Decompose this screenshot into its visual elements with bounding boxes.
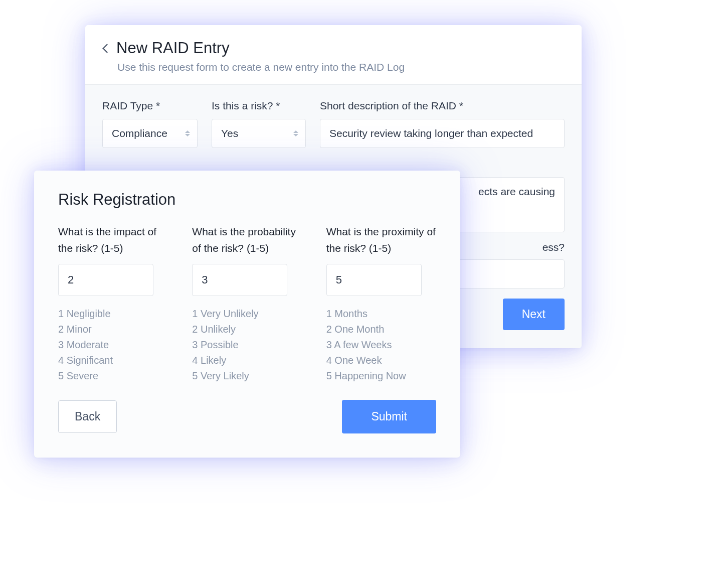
impact-scale: 1 Negligible 2 Minor 3 Moderate 4 Signif… <box>58 306 168 384</box>
risk-title: Risk Registration <box>58 191 436 209</box>
impact-input[interactable] <box>58 264 153 296</box>
raid-type-value: Compliance <box>112 127 167 139</box>
raid-type-select[interactable]: Compliance <box>102 119 198 148</box>
raid-header: New RAID Entry Use this request form to … <box>85 25 582 85</box>
scale-item: 5 Severe <box>58 368 168 384</box>
scale-item: 3 A few Weeks <box>326 337 436 353</box>
is-risk-label: Is this a risk? * <box>212 100 306 112</box>
raid-type-label: RAID Type * <box>102 100 198 112</box>
back-icon[interactable] <box>102 43 109 54</box>
select-arrows-icon <box>293 130 298 136</box>
probability-column: What is the probability of the risk? (1-… <box>192 224 302 384</box>
proximity-input[interactable] <box>326 264 422 296</box>
scale-item: 4 Likely <box>192 353 302 368</box>
is-risk-field: Is this a risk? * Yes <box>212 100 306 148</box>
scale-item: 4 Significant <box>58 353 168 368</box>
short-desc-input[interactable] <box>320 119 565 148</box>
is-risk-select[interactable]: Yes <box>212 119 306 148</box>
scale-item: 1 Negligible <box>58 306 168 322</box>
proximity-column: What is the proximity of the risk? (1-5)… <box>326 224 436 384</box>
select-arrows-icon <box>185 130 190 136</box>
probability-question: What is the probability of the risk? (1-… <box>192 224 302 259</box>
scale-item: 1 Months <box>326 306 436 322</box>
risk-registration-card: Risk Registration What is the impact of … <box>34 171 460 458</box>
back-button[interactable]: Back <box>58 400 117 433</box>
proximity-scale: 1 Months 2 One Month 3 A few Weeks 4 One… <box>326 306 436 384</box>
submit-button[interactable]: Submit <box>342 400 436 433</box>
next-button[interactable]: Next <box>503 299 565 330</box>
raid-type-field: RAID Type * Compliance <box>102 100 198 148</box>
short-desc-field: Short description of the RAID * <box>320 100 565 148</box>
scale-item: 3 Possible <box>192 337 302 353</box>
scale-item: 3 Moderate <box>58 337 168 353</box>
scale-item: 4 One Week <box>326 353 436 368</box>
scale-item: 5 Happening Now <box>326 368 436 384</box>
page-subtitle: Use this request form to create a new en… <box>117 61 565 73</box>
progress-input[interactable] <box>454 259 565 288</box>
scale-item: 2 Minor <box>58 322 168 337</box>
probability-input[interactable] <box>192 264 287 296</box>
progress-label-partial: ess? <box>542 241 565 253</box>
scale-item: 2 Unlikely <box>192 322 302 337</box>
impact-question: What is the impact of the risk? (1-5) <box>58 224 168 259</box>
short-desc-label: Short description of the RAID * <box>320 100 565 112</box>
page-title: New RAID Entry <box>116 39 230 57</box>
impact-column: What is the impact of the risk? (1-5) 1 … <box>58 224 168 384</box>
probability-scale: 1 Very Unlikely 2 Unlikely 3 Possible 4 … <box>192 306 302 384</box>
detail-value-partial: ects are causing <box>478 186 555 197</box>
is-risk-value: Yes <box>221 127 238 139</box>
scale-item: 5 Very Likely <box>192 368 302 384</box>
scale-item: 1 Very Unlikely <box>192 306 302 322</box>
scale-item: 2 One Month <box>326 322 436 337</box>
proximity-question: What is the proximity of the risk? (1-5) <box>326 224 436 259</box>
